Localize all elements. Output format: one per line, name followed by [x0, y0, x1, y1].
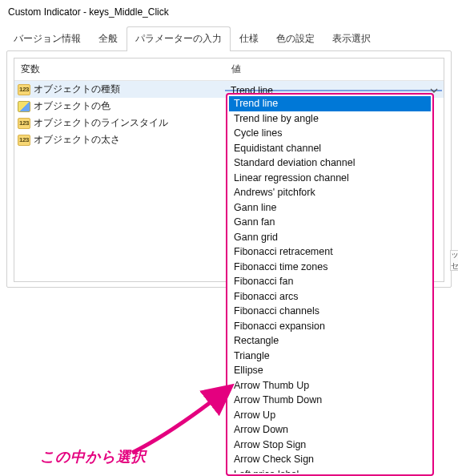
dropdown-option[interactable]: Triangle	[229, 349, 431, 364]
tab-0[interactable]: バージョン情報	[5, 26, 90, 51]
color-icon	[18, 101, 30, 112]
side-button-partial[interactable]: ッセ	[450, 250, 458, 271]
table-header-row: 変数 値	[14, 58, 444, 81]
column-header-variable[interactable]: 変数	[14, 58, 225, 80]
dropdown-option[interactable]: Arrow Thumb Up	[229, 378, 431, 393]
tab-4[interactable]: 色の設定	[267, 26, 323, 51]
dropdown-option[interactable]: Ellipse	[229, 363, 431, 378]
row-label: オブジェクトの種類	[34, 83, 120, 96]
dropdown-option[interactable]: Fibonacci time zones	[229, 260, 431, 275]
dropdown-option[interactable]: Trend line by angle	[229, 111, 431, 127]
tab-5[interactable]: 表示選択	[323, 26, 380, 51]
dropdown-option[interactable]: Rectangle	[229, 333, 431, 349]
dropdown-option[interactable]: Fibonacci fan	[229, 274, 431, 289]
dropdown-option[interactable]: Gann grid	[229, 230, 431, 245]
object-type-combobox[interactable]: Trend line	[225, 90, 442, 91]
dropdown-option[interactable]: Arrow Up	[229, 408, 431, 423]
window: Custom Indicator - keys_Middle_Click バージ…	[0, 0, 458, 476]
dropdown-option[interactable]: Trend line	[229, 96, 431, 111]
tab-1[interactable]: 全般	[90, 26, 127, 51]
dropdown-option[interactable]: Arrow Stop Sign	[229, 438, 431, 453]
annotation-text: この中から選択	[40, 447, 147, 466]
dropdown-option[interactable]: Fibonacci channels	[229, 304, 431, 319]
number-icon: 123	[18, 84, 30, 95]
dropdown-option[interactable]: Equidistant channel	[229, 141, 431, 156]
tab-2[interactable]: パラメーターの入力	[127, 26, 231, 51]
dropdown-option[interactable]: Gann fan	[229, 215, 431, 230]
number-icon: 123	[18, 135, 30, 146]
row-label: オブジェクトの太さ	[34, 133, 120, 147]
row-label: オブジェクトの色	[34, 99, 110, 113]
dropdown-option[interactable]: Linear regression channel	[229, 171, 431, 186]
dropdown-option[interactable]: Fibonacci arcs	[229, 289, 431, 305]
column-header-value[interactable]: 値	[225, 58, 444, 80]
dropdown-list[interactable]: Trend lineTrend line by angleCycle lines…	[229, 96, 431, 473]
dropdown-option[interactable]: Arrow Down	[229, 422, 431, 438]
tab-strip: バージョン情報全般パラメーターの入力仕様色の設定表示選択	[0, 26, 458, 51]
dropdown-option[interactable]: Standard deviation channel	[229, 155, 431, 171]
object-type-dropdown: Trend lineTrend line by angleCycle lines…	[226, 93, 434, 476]
row-label: オブジェクトのラインスタイル	[34, 116, 168, 130]
dropdown-option[interactable]: Arrow Check Sign	[229, 452, 431, 467]
dropdown-option[interactable]: Cycle lines	[229, 126, 431, 141]
dropdown-option[interactable]: Fibonacci retracement	[229, 244, 431, 260]
dropdown-option[interactable]: Gann line	[229, 200, 431, 216]
dropdown-option[interactable]: Arrow Thumb Down	[229, 393, 431, 408]
dropdown-option[interactable]: Left price label	[229, 467, 431, 474]
number-icon: 123	[18, 118, 30, 129]
window-title: Custom Indicator - keys_Middle_Click	[0, 0, 458, 26]
dropdown-option[interactable]: Andrews' pitchfork	[229, 185, 431, 200]
dropdown-option[interactable]: Fibonacci expansion	[229, 319, 431, 334]
tab-3[interactable]: 仕様	[231, 26, 267, 51]
